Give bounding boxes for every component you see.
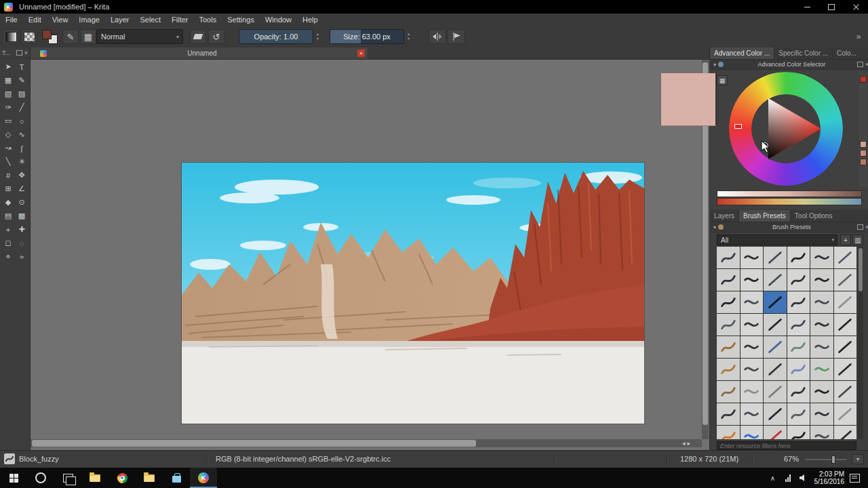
polygon-tool[interactable]: ◇	[2, 128, 15, 141]
toolbar-overflow-button[interactable]: »	[852, 29, 865, 44]
tab-color-docker[interactable]: Colo...	[833, 47, 868, 59]
menu-file[interactable]: File	[0, 14, 23, 26]
menu-select[interactable]: Select	[134, 14, 166, 26]
tab-advanced-color-selector[interactable]: Advanced Color ...	[710, 47, 774, 59]
brush-preset-thumbnail[interactable]	[834, 426, 857, 439]
zoom-slider-thumb[interactable]	[831, 455, 835, 464]
menu-window[interactable]: Window	[260, 14, 297, 26]
crop-tool[interactable]: #	[2, 169, 15, 182]
brush-preset-thumbnail[interactable]	[764, 426, 787, 439]
preset-grid-scrollbar[interactable]	[858, 247, 863, 439]
tab-specific-color-selector[interactable]: Specific Color ...	[774, 47, 833, 59]
network-tray-icon[interactable]	[781, 468, 795, 488]
brush-preset-thumbnail[interactable]	[810, 426, 833, 439]
polyline-tool[interactable]: ∿	[16, 128, 28, 141]
mirror-vertical-button[interactable]	[448, 29, 465, 44]
freehand-select-tool[interactable]: ≈	[16, 250, 28, 263]
opacity-slider[interactable]: Opacity: 1.00	[239, 29, 313, 44]
minimize-button[interactable]	[795, 0, 819, 14]
brush-preset-thumbnail[interactable]	[810, 247, 833, 268]
resource-filter-input[interactable]	[717, 441, 856, 450]
add-tag-button[interactable]: +	[840, 235, 851, 245]
calligraphy-tool[interactable]: ✎	[16, 74, 28, 87]
gradient-tool[interactable]: ▤	[2, 209, 15, 222]
freehand-brush-tool[interactable]: ✑	[2, 101, 15, 114]
brush-preset-thumbnail[interactable]	[834, 381, 857, 403]
gradient-chooser-button[interactable]	[3, 29, 19, 44]
eraser-mode-button[interactable]	[190, 29, 206, 44]
float-docker-icon[interactable]	[857, 224, 863, 230]
brush-preset-thumbnail[interactable]	[741, 291, 764, 313]
pattern-edit-tool[interactable]: ▨	[16, 87, 28, 100]
transform-tool[interactable]: ⊞	[2, 182, 15, 195]
brush-preset-thumbnail[interactable]	[717, 269, 740, 291]
brush-preset-thumbnail[interactable]	[834, 291, 857, 313]
brush-preset-thumbnail[interactable]	[787, 247, 810, 268]
brush-preset-thumbnail[interactable]	[810, 359, 833, 380]
document-tab[interactable]: Unnamed ×	[31, 47, 368, 59]
scroll-right-icon[interactable]: ▸	[687, 440, 692, 447]
close-docker-icon[interactable]: ×	[865, 61, 868, 68]
opacity-spinner[interactable]: ▴ ▾	[314, 29, 321, 44]
brush-preset-thumbnail[interactable]	[834, 247, 857, 268]
polygon-select-tool[interactable]: ⋄	[2, 250, 15, 263]
file-explorer-button[interactable]	[81, 468, 108, 488]
tab-layers[interactable]: Layers	[710, 210, 739, 222]
rect-select-tool[interactable]: ◻	[2, 237, 15, 249]
saturation-value-triangle[interactable]	[729, 72, 843, 186]
brush-preset-thumbnail[interactable]	[741, 269, 764, 291]
brush-preset-thumbnail[interactable]	[834, 314, 857, 336]
chrome-button[interactable]	[108, 468, 136, 488]
horizontal-scrollbar[interactable]: ◂▸	[31, 439, 702, 447]
krita-taskbar-button[interactable]: K	[190, 468, 217, 488]
brush-preset-thumbnail[interactable]	[764, 269, 787, 291]
ellipse-select-tool[interactable]: ◌	[16, 237, 28, 249]
brush-preset-thumbnail[interactable]	[764, 314, 787, 336]
brush-preset-thumbnail[interactable]	[787, 359, 810, 380]
close-docker-icon[interactable]: ×	[24, 49, 28, 56]
measure-tool[interactable]: ∠	[16, 182, 28, 195]
start-button[interactable]	[0, 468, 27, 488]
menu-tools[interactable]: Tools	[194, 14, 222, 26]
fill-tool[interactable]: ◆	[2, 196, 15, 209]
choose-brush-preset-button[interactable]: ▦	[80, 29, 96, 44]
brush-preset-thumbnail[interactable]	[787, 314, 810, 336]
brush-preset-thumbnail[interactable]	[717, 314, 740, 336]
close-document-button[interactable]: ×	[357, 49, 365, 57]
brush-size-slider[interactable]: Size: 63.00 px	[330, 29, 404, 44]
brush-preset-thumbnail[interactable]	[717, 336, 740, 358]
brush-preset-thumbnail[interactable]	[764, 403, 787, 425]
brush-preset-thumbnail[interactable]	[741, 359, 764, 380]
size-spinner[interactable]: ▴ ▾	[405, 29, 412, 44]
color-history-swatch[interactable]	[860, 159, 867, 165]
multibrush-tool[interactable]: ✳	[16, 155, 28, 168]
brush-preset-thumbnail[interactable]	[717, 403, 740, 425]
color-selector-settings-button[interactable]: ▦	[717, 75, 728, 85]
store-button[interactable]	[163, 468, 190, 488]
brush-preset-thumbnail[interactable]	[717, 291, 740, 313]
menu-image[interactable]: Image	[73, 14, 105, 26]
edit-shapes-tool[interactable]: ▦	[2, 74, 15, 87]
ellipse-tool[interactable]: ○	[16, 115, 28, 127]
brush-preset-thumbnail[interactable]	[810, 291, 833, 313]
maximize-button[interactable]	[819, 0, 844, 14]
folder-button[interactable]	[136, 468, 163, 488]
show-hidden-icons-button[interactable]: ∧	[766, 468, 781, 488]
menu-help[interactable]: Help	[297, 14, 323, 26]
brush-preset-thumbnail[interactable]	[787, 403, 810, 425]
menu-layer[interactable]: Layer	[105, 14, 135, 26]
rectangle-tool[interactable]: ▭	[2, 115, 15, 127]
foreground-background-colors[interactable]	[41, 29, 58, 44]
brush-preset-thumbnail[interactable]	[717, 247, 740, 268]
horizontal-scrollbar-thumb[interactable]	[32, 440, 476, 447]
pattern-tool[interactable]: ▩	[16, 209, 28, 222]
brush-preset-thumbnail[interactable]	[717, 426, 740, 439]
brush-preset-thumbnail[interactable]	[741, 247, 764, 268]
collapse-arrow-icon[interactable]: ▾	[713, 62, 716, 68]
brush-preset-thumbnail[interactable]	[741, 381, 764, 403]
menu-filter[interactable]: Filter	[166, 14, 193, 26]
mirror-horizontal-button[interactable]	[429, 29, 446, 44]
collapse-arrow-icon[interactable]: ▾	[713, 224, 716, 230]
canvas-painting[interactable]	[182, 163, 644, 424]
freehand-path-tool[interactable]: ∫	[16, 142, 28, 155]
